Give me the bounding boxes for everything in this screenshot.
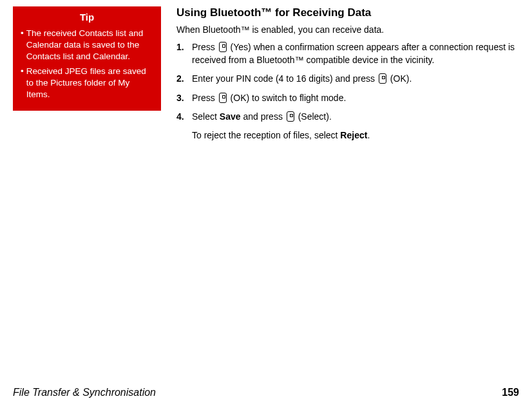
tip-body: • The received Contacts list and Calenda… xyxy=(13,26,161,111)
softkey-icon xyxy=(379,73,386,84)
step-text: Press (OK) to switch to flight mode. xyxy=(192,92,519,105)
bullet-icon: • xyxy=(21,66,24,101)
page: Tip • The received Contacts list and Cal… xyxy=(0,0,532,410)
tip-text: Received JPEG files are saved to the Pic… xyxy=(26,66,153,101)
section-heading: Using Bluetooth™ for Receiving Data xyxy=(176,6,519,19)
step-number: 4. xyxy=(176,111,192,124)
softkey-icon xyxy=(219,93,227,103)
step-row: 1. Press (Yes) when a confirmation scree… xyxy=(176,41,519,66)
step-row: 2. Enter your PIN code (4 to 16 digits) … xyxy=(176,73,519,86)
tip-item: • Received JPEG files are saved to the P… xyxy=(21,66,153,101)
footer-section-title: File Transfer & Synchronisation xyxy=(13,387,156,398)
content-wrapper: Tip • The received Contacts list and Cal… xyxy=(13,6,519,140)
step-note: To reject the reception of files, select… xyxy=(192,130,519,140)
softkey-icon xyxy=(287,111,294,122)
softkey-icon xyxy=(219,42,227,52)
step-text: Select Save and press (Select). xyxy=(192,111,519,124)
step-number: 2. xyxy=(176,73,192,86)
tip-item: • The received Contacts list and Calenda… xyxy=(21,28,153,63)
page-footer: File Transfer & Synchronisation 159 xyxy=(13,387,519,398)
step-number: 3. xyxy=(176,92,192,105)
bullet-icon: • xyxy=(21,28,24,63)
step-number: 1. xyxy=(176,41,192,66)
tip-box: Tip • The received Contacts list and Cal… xyxy=(13,6,161,111)
step-row: 4. Select Save and press (Select). xyxy=(176,111,519,124)
tip-text: The received Contacts list and Calendar … xyxy=(26,28,153,63)
footer-page-number: 159 xyxy=(502,387,519,398)
step-text: Enter your PIN code (4 to 16 digits) and… xyxy=(192,73,519,86)
sidebar: Tip • The received Contacts list and Cal… xyxy=(13,6,161,140)
step-text: Press (Yes) when a confirmation screen a… xyxy=(192,41,519,66)
intro-text: When Bluetooth™ is enabled, you can rece… xyxy=(176,24,519,35)
tip-header: Tip xyxy=(13,6,161,26)
step-row: 3. Press (OK) to switch to flight mode. xyxy=(176,92,519,105)
main-content: Using Bluetooth™ for Receiving Data When… xyxy=(176,6,519,140)
